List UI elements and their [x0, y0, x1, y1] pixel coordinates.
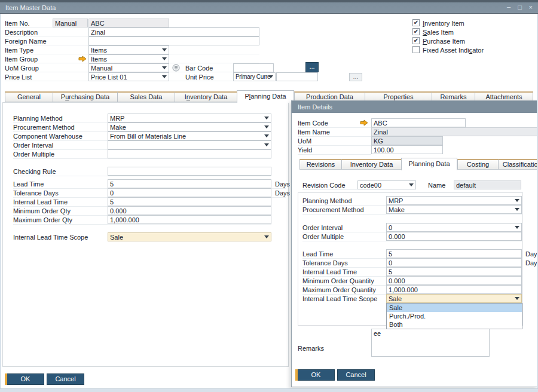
dlg-min-order-qty-input[interactable]: 0.000	[386, 276, 522, 285]
dlg-order-interval-select[interactable]: 0	[386, 223, 522, 232]
tolerance-days-input[interactable]: 0	[108, 188, 271, 197]
dropdown-option-purch-prod[interactable]: Purch./Prod.	[387, 312, 522, 320]
dropdown-option-both[interactable]: Both	[387, 320, 522, 329]
dropdown-arrow-icon	[409, 183, 414, 186]
divider	[13, 176, 271, 176]
dialog-cancel-button[interactable]: Cancel	[337, 369, 375, 381]
item-type-label: Item Type	[5, 47, 33, 54]
order-multiple-input[interactable]	[108, 149, 271, 158]
purchase-item-checkbox[interactable]: ✔	[412, 37, 420, 44]
dlg-ilt-scope-select[interactable]: Sale	[386, 294, 522, 303]
tab-sales-data[interactable]: Sales Data	[117, 91, 175, 102]
link-arrow-icon[interactable]	[360, 120, 368, 126]
tab-dialog-inventory-data[interactable]: Inventory Data	[341, 159, 401, 170]
dropdown-arrow-icon	[264, 134, 269, 137]
dropdown-arrow-icon	[264, 235, 269, 238]
dropdown-option-sale[interactable]: Sale	[387, 304, 522, 312]
checking-rule-input[interactable]	[108, 167, 271, 176]
tab-general[interactable]: General	[5, 91, 53, 102]
link-arrow-icon[interactable]	[78, 56, 87, 62]
revision-name-field[interactable]: default	[454, 180, 521, 189]
tab-dialog-planning-data[interactable]: Planning Data	[401, 158, 457, 170]
tab-revisions[interactable]: Revisions	[299, 159, 341, 170]
unit-price-browse-button[interactable]: ...	[349, 73, 362, 81]
tab-purchasing-data[interactable]: Purchasing Data	[53, 91, 117, 102]
internal-lead-time-input[interactable]: 5	[108, 197, 271, 206]
ok-button[interactable]: OK	[7, 373, 44, 385]
dropdown-arrow-icon	[162, 66, 167, 69]
tab-planning-data[interactable]: Planning Data	[237, 90, 294, 103]
sales-item-label: Sales Item	[423, 29, 454, 36]
item-code-input[interactable]: ABC	[371, 118, 466, 127]
order-interval-select[interactable]	[108, 140, 271, 149]
uom-field[interactable]: KG	[371, 136, 443, 145]
remarks-label: Remarks	[298, 345, 324, 353]
foreign-name-input[interactable]	[88, 36, 259, 45]
divider	[298, 136, 371, 137]
component-warehouse-select[interactable]: From Bill of Materials Line	[108, 131, 271, 140]
price-list-select[interactable]: Price List 01	[88, 72, 169, 81]
item-type-select[interactable]: Items	[88, 45, 169, 54]
dlg-order-multiple-input[interactable]: 0.000	[386, 232, 522, 241]
dlg-max-order-qty-input[interactable]: 1,000.000	[386, 285, 522, 294]
divider	[298, 145, 371, 146]
dropdown-arrow-icon	[162, 57, 167, 60]
item-no-input[interactable]: ABC	[88, 19, 169, 27]
tab-classifications[interactable]: Classifications	[498, 159, 538, 170]
revision-name-label: Name	[428, 182, 445, 189]
description-input[interactable]: Zinal	[88, 27, 259, 36]
revision-code-select[interactable]: code00	[357, 180, 416, 189]
item-details-dialog: Item Details Item Code ABC Item Name Zin…	[291, 100, 538, 387]
cancel-button[interactable]: Cancel	[47, 373, 84, 385]
default-button-accent	[5, 373, 7, 385]
remarks-textarea[interactable]: ee	[371, 329, 490, 357]
default-button-accent	[295, 369, 298, 381]
yield-input[interactable]: 100.00	[371, 145, 443, 154]
divider	[13, 224, 271, 225]
item-no-label: Item No.	[5, 20, 30, 27]
unit-price-currency-select[interactable]: Primary Curre	[233, 72, 276, 81]
foreign-name-label: Foreign Name	[5, 38, 47, 45]
fixed-asset-checkbox[interactable]	[412, 46, 420, 53]
close-button[interactable]: ×	[529, 4, 533, 11]
maximize-button[interactable]: □	[518, 4, 522, 11]
window-titlebar[interactable]: Item Master Data – □ ×	[0, 0, 538, 14]
item-code-label: Item Code	[298, 120, 328, 127]
planning-method-select[interactable]: MRP	[108, 114, 271, 122]
item-group-select[interactable]: Items	[88, 54, 169, 63]
minimize-button[interactable]: –	[507, 3, 511, 10]
max-order-qty-input[interactable]: 1,000.000	[108, 215, 271, 224]
window-border-bottom	[0, 388, 538, 392]
dlg-lead-time-input[interactable]: 5	[386, 249, 522, 258]
tab-inventory-data[interactable]: Inventory Data	[175, 91, 237, 102]
lead-time-input[interactable]: 5	[108, 179, 271, 188]
purchase-item-label: Purchase Item	[423, 38, 465, 45]
dialog-titlebar[interactable]: Item Details	[292, 101, 538, 113]
item-name-field[interactable]: Zinal	[371, 127, 538, 136]
dropdown-arrow-icon	[515, 208, 519, 211]
dlg-tolerance-days-label: Tolerance Days	[302, 259, 348, 267]
bar-code-browse-button[interactable]: ...	[305, 62, 319, 72]
dialog-ok-button[interactable]: OK	[297, 369, 335, 381]
uom-group-select[interactable]: Manual	[88, 63, 169, 72]
fixed-asset-label: Fixed Asset Indicator	[423, 47, 484, 54]
unit-price-input[interactable]	[276, 72, 318, 81]
inventory-item-label: Inventory Item	[423, 20, 464, 27]
order-multiple-label: Order Multiple	[13, 151, 54, 158]
ilt-scope-select[interactable]: Sale	[108, 232, 271, 241]
dlg-internal-lead-time-input[interactable]: 5	[386, 267, 522, 276]
min-order-qty-input[interactable]: 0.000	[108, 206, 271, 215]
procurement-method-select[interactable]: Make	[108, 122, 271, 131]
dlg-planning-method-select[interactable]: MRP	[386, 196, 522, 205]
item-no-mode[interactable]: Manual	[53, 19, 88, 27]
tab-costing[interactable]: Costing	[457, 159, 498, 170]
inventory-item-checkbox[interactable]: ✔	[412, 19, 420, 26]
dropdown-arrow-icon	[515, 226, 519, 229]
sales-item-checkbox[interactable]: ✔	[412, 28, 420, 35]
dlg-tolerance-days-input[interactable]: 0	[386, 258, 522, 267]
bar-code-input[interactable]	[233, 63, 274, 72]
dlg-procurement-method-select[interactable]: Make	[386, 205, 522, 214]
uom-group-list-icon[interactable]	[172, 64, 180, 72]
ilt-scope-dropdown-list: Sale Purch./Prod. Both	[386, 303, 522, 329]
window-border-left	[0, 14, 1, 392]
